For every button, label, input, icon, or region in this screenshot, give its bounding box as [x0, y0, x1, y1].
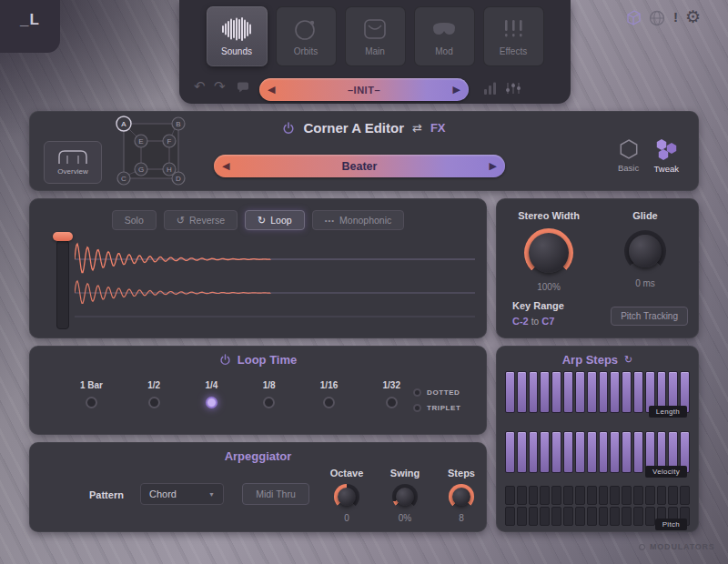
step-cell[interactable]	[505, 486, 515, 505]
step-cell[interactable]	[680, 486, 690, 505]
comment-icon[interactable]	[236, 81, 250, 94]
waveform-display[interactable]	[75, 240, 475, 327]
loop-time-power-icon[interactable]	[219, 354, 231, 366]
step-cell[interactable]	[517, 507, 527, 526]
step-cell[interactable]	[622, 431, 632, 473]
radio-1-8[interactable]	[263, 397, 275, 408]
dotted-toggle[interactable]: DOTTED	[413, 388, 461, 397]
loop-time-option-1-4[interactable]: 1/4	[205, 380, 217, 408]
pitch-tracking-button[interactable]: Pitch Tracking	[611, 307, 688, 326]
radio-1-32[interactable]	[386, 397, 398, 408]
loop-time-option-1bar[interactable]: 1 Bar	[80, 380, 103, 408]
key-range-low[interactable]: C-2	[512, 316, 529, 327]
glide-knob[interactable]	[624, 230, 666, 272]
corner-preset-next-icon[interactable]: ▶	[481, 160, 505, 172]
step-cell[interactable]	[622, 371, 632, 413]
step-cell[interactable]	[505, 431, 515, 473]
swing-knob[interactable]	[392, 484, 418, 509]
step-cell[interactable]	[563, 371, 573, 413]
step-cell[interactable]	[505, 507, 515, 526]
meter-icon[interactable]	[483, 82, 498, 95]
reverse-button[interactable]: ↺Reverse	[164, 210, 238, 230]
cube-icon[interactable]	[624, 9, 642, 27]
step-cell[interactable]	[529, 431, 539, 473]
step-cell[interactable]	[575, 486, 585, 505]
modulators-button[interactable]: MODULATORS	[639, 542, 715, 551]
loop-time-option-1-16[interactable]: 1/16	[320, 380, 338, 408]
step-cell[interactable]	[587, 486, 597, 505]
step-cell[interactable]	[610, 486, 620, 505]
step-cell[interactable]	[529, 486, 539, 505]
step-cell[interactable]	[645, 507, 655, 526]
corner-node-e[interactable]: E	[135, 135, 147, 147]
loop-button[interactable]: ↻Loop	[245, 210, 305, 230]
step-cell[interactable]	[540, 371, 550, 413]
step-cell[interactable]	[657, 486, 667, 505]
refresh-icon[interactable]: ↻	[624, 354, 632, 366]
midi-thru-button[interactable]: Midi Thru	[242, 483, 309, 505]
dotted-radio[interactable]	[413, 388, 421, 397]
corner-preset-prev-icon[interactable]: ◀	[214, 160, 238, 172]
step-cell[interactable]	[599, 507, 609, 526]
step-cell[interactable]	[575, 507, 585, 526]
step-cell[interactable]	[517, 431, 527, 473]
loop-time-option-1-2[interactable]: 1/2	[147, 380, 160, 408]
loop-time-option-1-8[interactable]: 1/8	[263, 380, 276, 408]
preset-prev-icon[interactable]: ◀	[259, 84, 283, 96]
undo-icon[interactable]: ↶	[194, 76, 206, 96]
octave-knob[interactable]	[334, 484, 359, 509]
step-cell[interactable]	[587, 431, 597, 473]
step-cell[interactable]	[551, 431, 561, 473]
step-cell[interactable]	[551, 486, 561, 505]
radio-1-4-selected[interactable]	[206, 397, 217, 408]
alert-icon[interactable]: !	[673, 9, 678, 25]
corner-node-c[interactable]: C	[117, 172, 130, 185]
monophonic-button[interactable]: •••Monophonic	[312, 210, 405, 230]
global-preset-selector[interactable]: ◀ –INIT– ▶	[259, 78, 469, 101]
stereo-width-knob[interactable]	[524, 228, 573, 277]
corner-node-f[interactable]: F	[163, 135, 176, 147]
sample-level-slider[interactable]	[56, 240, 69, 329]
tab-sounds[interactable]: Sounds	[207, 6, 268, 66]
step-cell[interactable]	[587, 371, 597, 413]
step-cell[interactable]	[529, 507, 539, 526]
step-cell[interactable]	[563, 507, 573, 526]
step-cell[interactable]	[505, 371, 515, 413]
step-cell[interactable]	[540, 507, 550, 526]
tweak-mode-button[interactable]: Tweak	[654, 138, 679, 174]
step-cell[interactable]	[610, 431, 620, 473]
overview-button[interactable]: Overview	[44, 141, 102, 184]
corner-node-h[interactable]: H	[163, 163, 176, 176]
step-cell[interactable]	[599, 431, 609, 473]
triplet-toggle[interactable]: TRIPLET	[413, 404, 461, 412]
pattern-dropdown[interactable]: Chord ▼	[140, 483, 224, 505]
tab-effects[interactable]: Effects	[483, 6, 544, 66]
step-cell[interactable]	[551, 371, 561, 413]
basic-mode-button[interactable]: Basic	[618, 138, 640, 174]
tab-orbits[interactable]: Orbits	[276, 6, 337, 66]
step-cell[interactable]	[633, 431, 643, 473]
sample-level-handle[interactable]	[53, 232, 73, 241]
radio-1-16[interactable]	[323, 397, 335, 408]
step-cell[interactable]	[633, 507, 643, 526]
step-cell[interactable]	[575, 371, 585, 413]
step-cell[interactable]	[575, 431, 585, 473]
redo-icon[interactable]: ↷	[214, 76, 226, 96]
step-cell[interactable]	[622, 486, 632, 505]
radio-1bar[interactable]	[86, 397, 97, 408]
solo-button[interactable]: Solo	[112, 210, 157, 230]
key-range-high[interactable]: C7	[541, 316, 554, 327]
step-cell[interactable]	[610, 507, 620, 526]
corner-node-a[interactable]: A	[116, 116, 131, 131]
step-cell[interactable]	[540, 431, 550, 473]
fx-toggle[interactable]: FX	[430, 121, 446, 135]
step-cell[interactable]	[633, 371, 643, 413]
step-cell[interactable]	[551, 507, 561, 526]
globe-icon[interactable]	[649, 10, 665, 26]
corner-preset-selector[interactable]: ◀ Beater ▶	[214, 155, 505, 177]
tab-mod[interactable]: Mod	[414, 6, 475, 66]
step-cell[interactable]	[599, 486, 609, 505]
step-cell[interactable]	[645, 486, 655, 505]
loop-time-option-1-32[interactable]: 1/32	[383, 380, 400, 408]
gear-icon[interactable]: ⚙	[685, 6, 701, 27]
